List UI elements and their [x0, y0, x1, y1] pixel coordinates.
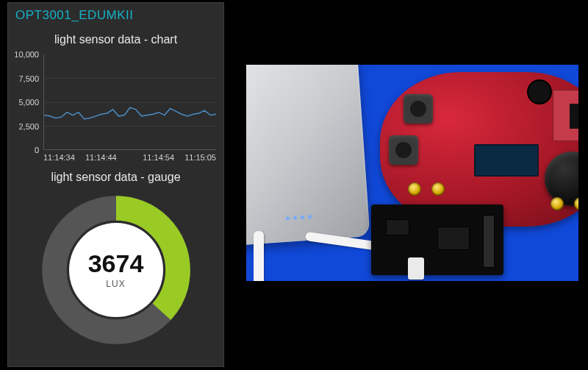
launchpad-board	[371, 204, 503, 275]
ic-chip-icon	[386, 219, 409, 235]
panel-title: OPT3001_EDUMKII	[8, 3, 223, 30]
power-bank	[246, 65, 370, 246]
mounting-hole-icon	[431, 182, 445, 196]
mcu-daughter-board	[553, 90, 578, 141]
chart-title: light sensor data - chart	[8, 33, 223, 46]
chart-y-tick: 2,500	[18, 122, 39, 131]
ic-chip-icon	[437, 227, 470, 250]
mounting-hole-icon	[551, 197, 564, 210]
chart-x-tick: 11:14:34	[43, 153, 75, 162]
sensor-panel: OPT3001_EDUMKII light sensor data - char…	[7, 2, 224, 367]
chart-y-tick: 7,500	[18, 74, 39, 83]
hardware-photo	[246, 65, 578, 281]
chart-y-tick: 0	[35, 146, 39, 154]
chart-plot-area	[43, 54, 216, 150]
chart-y-tick: 5,000	[18, 98, 39, 107]
gauge-title: light sensor data - gauge	[8, 171, 223, 184]
light-sensor-chart: 10,0007,5005,0002,5000 11:14:3411:14:441…	[10, 51, 219, 165]
power-bank-leds	[286, 216, 311, 220]
joystick-icon	[545, 152, 578, 206]
gauge-unit: LUX	[106, 279, 125, 289]
chart-x-tick: 11:14:54	[143, 153, 174, 162]
buzzer-icon	[527, 79, 552, 104]
mcu-chip-icon	[570, 104, 578, 129]
mounting-hole-icon	[408, 182, 421, 196]
usb-plug-icon	[408, 257, 424, 280]
chart-x-axis: 11:14:3411:14:4411:14:5411:15:05	[43, 152, 216, 165]
chart-y-tick: 10,000	[14, 50, 39, 59]
pushbutton-icon	[404, 94, 433, 124]
chart-x-tick: 11:15:05	[184, 153, 216, 162]
pushbutton-icon	[389, 135, 418, 165]
usb-cable-segment	[254, 231, 264, 281]
gauge-center: 3674 LUX	[69, 223, 163, 317]
chart-x-tick: 11:14:44	[85, 153, 117, 162]
mounting-hole-icon	[574, 197, 578, 210]
header-pins-icon	[483, 215, 495, 268]
lcd-display-icon	[474, 144, 539, 177]
chart-y-axis: 10,0007,5005,0002,5000	[10, 51, 42, 150]
gauge-value: 3674	[88, 251, 144, 276]
light-sensor-gauge: 3674 LUX	[39, 193, 193, 347]
boosterpack-board	[380, 72, 578, 227]
chart-series-line	[44, 107, 216, 118]
